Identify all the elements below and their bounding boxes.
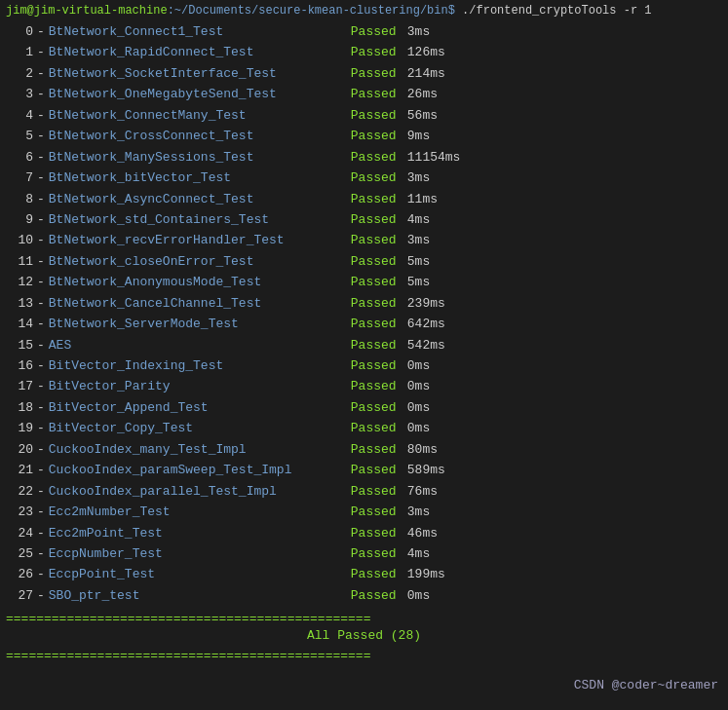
test-duration: 76ms xyxy=(407,481,438,502)
status-badge: Passed xyxy=(351,439,407,460)
status-badge: Passed xyxy=(351,397,407,418)
dash-separator: - xyxy=(37,439,45,460)
test-name: BtNetwork_ServerMode_Test xyxy=(49,314,351,334)
test-duration: 126ms xyxy=(407,42,445,62)
test-name: BtNetwork_ConnectMany_Test xyxy=(49,105,351,126)
terminal: jim@jim-virtual-machine:~/Documents/secu… xyxy=(0,0,728,710)
table-row: 9 - BtNetwork_std_Containers_TestPassed4… xyxy=(6,209,722,230)
test-number: 25 xyxy=(6,543,33,564)
table-row: 11 - BtNetwork_closeOnError_TestPassed5m… xyxy=(6,251,722,272)
status-badge: Passed xyxy=(351,355,407,376)
title-bar: jim@jim-virtual-machine:~/Documents/secu… xyxy=(6,4,722,18)
test-name: BtNetwork_SocketInterface_Test xyxy=(49,63,351,84)
test-number: 12 xyxy=(6,272,33,292)
test-name: EccpNumber_Test xyxy=(49,543,351,564)
test-number: 3 xyxy=(6,84,33,104)
status-badge: Passed xyxy=(351,314,407,334)
dash-separator: - xyxy=(37,418,45,438)
test-duration: 46ms xyxy=(407,523,438,543)
dash-separator: - xyxy=(37,502,45,522)
test-duration: 9ms xyxy=(407,126,430,146)
test-name: SBO_ptr_test xyxy=(49,585,351,606)
status-badge: Passed xyxy=(351,209,407,230)
test-name: BtNetwork_ManySessions_Test xyxy=(49,147,351,168)
dash-separator: - xyxy=(37,335,45,355)
test-list: 0 - BtNetwork_Connect1_TestPassed3ms1 - … xyxy=(6,21,722,606)
divider-bottom: ========================================… xyxy=(6,649,722,663)
test-name: BtNetwork_OneMegabyteSend_Test xyxy=(49,84,351,104)
table-row: 6 - BtNetwork_ManySessions_TestPassed111… xyxy=(6,147,722,168)
table-row: 21 - CuckooIndex_paramSweep_Test_ImplPas… xyxy=(6,460,722,480)
dash-separator: - xyxy=(37,147,45,168)
test-name: BtNetwork_CancelChannel_Test xyxy=(49,293,351,314)
status-badge: Passed xyxy=(351,251,407,272)
test-number: 20 xyxy=(6,439,33,460)
table-row: 4 - BtNetwork_ConnectMany_TestPassed56ms xyxy=(6,105,722,126)
test-duration: 199ms xyxy=(407,564,445,584)
test-name: CuckooIndex_paramSweep_Test_Impl xyxy=(49,460,351,480)
test-duration: 589ms xyxy=(407,460,445,480)
test-duration: 4ms xyxy=(407,209,430,230)
dash-separator: - xyxy=(37,272,45,292)
dash-separator: - xyxy=(37,63,45,84)
status-badge: Passed xyxy=(351,63,407,84)
status-badge: Passed xyxy=(351,105,407,126)
status-badge: Passed xyxy=(351,84,407,104)
table-row: 10 - BtNetwork_recvErrorHandler_TestPass… xyxy=(6,230,722,250)
user-host: jim@jim-virtual-machine xyxy=(6,4,168,18)
table-row: 17 - BitVector_ParityPassed0ms xyxy=(6,376,722,396)
test-number: 16 xyxy=(6,355,33,376)
table-row: 5 - BtNetwork_CrossConnect_TestPassed9ms xyxy=(6,126,722,146)
test-name: BtNetwork_AsyncConnect_Test xyxy=(49,189,351,209)
test-name: BitVector_Copy_Test xyxy=(49,418,351,438)
dash-separator: - xyxy=(37,42,45,62)
test-name: BtNetwork_AnonymousMode_Test xyxy=(49,272,351,292)
test-number: 7 xyxy=(6,168,33,188)
table-row: 16 - BitVector_Indexing_TestPassed0ms xyxy=(6,355,722,376)
test-name: BtNetwork_closeOnError_Test xyxy=(49,251,351,272)
test-duration: 542ms xyxy=(407,335,445,355)
table-row: 24 - Ecc2mPoint_TestPassed46ms xyxy=(6,523,722,543)
status-badge: Passed xyxy=(351,42,407,62)
test-duration: 80ms xyxy=(407,439,438,460)
test-number: 8 xyxy=(6,189,33,209)
command: ./frontend_cryptoTools -r 1 xyxy=(455,4,652,18)
table-row: 8 - BtNetwork_AsyncConnect_TestPassed11m… xyxy=(6,189,722,209)
watermark: CSDN @coder~dreamer xyxy=(574,678,718,692)
test-name: BtNetwork_recvErrorHandler_Test xyxy=(49,230,351,250)
test-duration: 11ms xyxy=(407,189,438,209)
test-name: BtNetwork_bitVector_Test xyxy=(49,168,351,188)
test-duration: 5ms xyxy=(407,251,430,272)
table-row: 27 - SBO_ptr_testPassed0ms xyxy=(6,585,722,606)
test-duration: 239ms xyxy=(407,293,445,314)
dash-separator: - xyxy=(37,460,45,480)
test-number: 5 xyxy=(6,126,33,146)
test-duration: 5ms xyxy=(407,272,430,292)
dash-separator: - xyxy=(37,523,45,543)
status-badge: Passed xyxy=(351,418,407,438)
table-row: 12 - BtNetwork_AnonymousMode_TestPassed5… xyxy=(6,272,722,292)
test-name: BitVector_Indexing_Test xyxy=(49,355,351,376)
path: :~/Documents/secure-kmean-clustering/bin… xyxy=(168,4,455,18)
test-name: BtNetwork_CrossConnect_Test xyxy=(49,126,351,146)
test-duration: 0ms xyxy=(407,355,430,376)
test-number: 18 xyxy=(6,397,33,418)
test-number: 24 xyxy=(6,523,33,543)
status-badge: Passed xyxy=(351,21,407,42)
test-number: 17 xyxy=(6,376,33,396)
test-name: BitVector_Parity xyxy=(49,376,351,396)
test-number: 26 xyxy=(6,564,33,584)
test-duration: 26ms xyxy=(407,84,438,104)
test-number: 14 xyxy=(6,314,33,334)
dash-separator: - xyxy=(37,585,45,606)
table-row: 26 - EccpPoint_TestPassed199ms xyxy=(6,564,722,584)
test-duration: 3ms xyxy=(407,230,430,250)
test-number: 4 xyxy=(6,105,33,126)
dash-separator: - xyxy=(37,84,45,104)
test-duration: 3ms xyxy=(407,502,430,522)
status-badge: Passed xyxy=(351,502,407,522)
dash-separator: - xyxy=(37,251,45,272)
test-name: Ecc2mNumber_Test xyxy=(49,502,351,522)
test-number: 6 xyxy=(6,147,33,168)
test-number: 22 xyxy=(6,481,33,502)
